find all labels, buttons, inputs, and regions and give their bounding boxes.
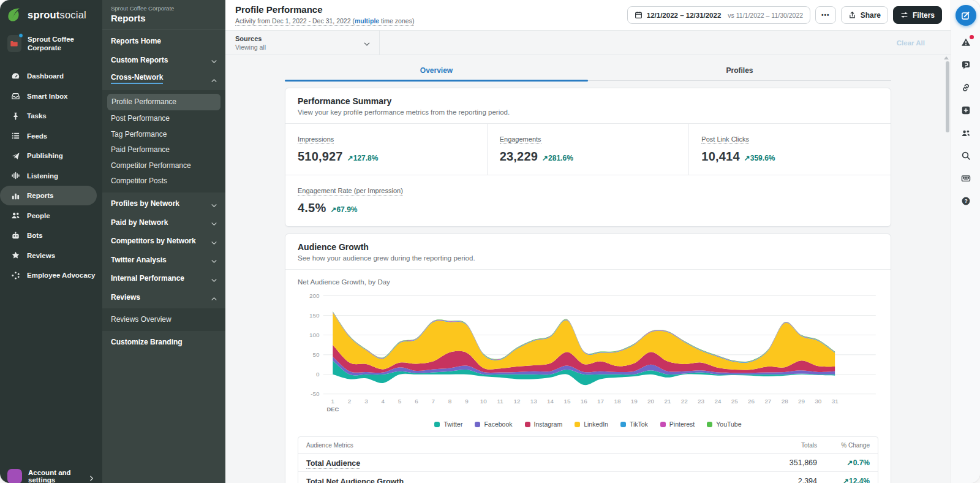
- utility-rail: ?: [951, 0, 980, 483]
- reports-nav-internal-performance[interactable]: Internal Performance: [102, 269, 225, 288]
- share-icon: [848, 11, 856, 19]
- row-metric-label[interactable]: Total Net Audience Growth: [306, 477, 404, 483]
- brand-logo[interactable]: sproutsocial: [0, 0, 102, 29]
- reports-nav-post-performance[interactable]: Post Performance: [102, 111, 225, 127]
- chevron-down-icon: [211, 256, 217, 263]
- primary-nav: DashboardSmart InboxTasksFeedsPublishing…: [0, 66, 102, 286]
- legend-item-pinterest[interactable]: Pinterest: [660, 420, 695, 428]
- sidebar-item-reviews[interactable]: Reviews: [0, 245, 102, 265]
- scrollbar-thumb[interactable]: [946, 61, 949, 132]
- svg-text:9: 9: [465, 398, 469, 405]
- share-label: Share: [861, 11, 881, 20]
- sidebar-item-publishing[interactable]: Publishing: [0, 146, 102, 166]
- account-switcher[interactable]: Sprout Coffee Corporate: [0, 29, 102, 61]
- svg-text:26: 26: [748, 398, 755, 405]
- filters-bar: Sources Viewing all Clear All: [225, 31, 951, 55]
- reports-nav-paid-performance[interactable]: Paid Performance: [102, 142, 225, 158]
- more-options-button[interactable]: •••: [815, 6, 836, 24]
- sidebar-item-label: People: [27, 212, 50, 219]
- performance-summary-card: Performance Summary View your key profil…: [285, 88, 891, 227]
- header-actions: 12/1/2022 – 12/31/2022 vs 11/1/2022 – 11…: [627, 6, 942, 24]
- metric-label[interactable]: Post Link Clicks: [701, 135, 749, 144]
- share-button[interactable]: Share: [841, 6, 888, 24]
- sidebar-item-label: Dashboard: [27, 72, 64, 80]
- sources-label: Sources: [235, 35, 266, 42]
- keyboard-button[interactable]: [959, 171, 973, 186]
- metric-label[interactable]: Impressions: [298, 135, 334, 144]
- svg-text:?: ?: [964, 198, 967, 204]
- reports-nav-competitor-posts[interactable]: Competitor Posts: [102, 173, 225, 189]
- reports-nav-tag-performance[interactable]: Tag Performance: [102, 126, 225, 142]
- reports-nav-profiles-by-network[interactable]: Profiles by Network: [102, 194, 225, 213]
- tab-overview[interactable]: Overview: [285, 61, 588, 80]
- metric-delta: ↗127.8%: [347, 154, 379, 162]
- sidebar-item-tasks[interactable]: Tasks: [0, 106, 102, 126]
- col-percent-change: % Change: [817, 442, 870, 449]
- date-range-button[interactable]: 12/1/2022 – 12/31/2022 vs 11/1/2022 – 11…: [627, 6, 810, 24]
- reports-nav-cross-network[interactable]: Cross-Network: [102, 69, 225, 88]
- reports-nav-reports-home[interactable]: Reports Home: [102, 32, 225, 51]
- plus-square-button[interactable]: [959, 103, 973, 118]
- activity-range[interactable]: Activity from Dec 1, 2022 - Dec 31, 2022…: [235, 17, 414, 26]
- svg-text:16: 16: [581, 398, 587, 405]
- svg-text:100: 100: [309, 332, 320, 338]
- legend-item-tiktok[interactable]: TikTok: [620, 420, 648, 428]
- metric-label[interactable]: Engagements: [500, 135, 541, 144]
- sources-dropdown[interactable]: Sources Viewing all: [225, 31, 380, 55]
- chat-button[interactable]: [959, 58, 973, 72]
- legend-item-linkedin[interactable]: LinkedIn: [575, 420, 608, 428]
- compose-button[interactable]: [956, 5, 976, 26]
- alert-triangle-button[interactable]: [959, 35, 973, 50]
- svg-text:28: 28: [782, 398, 788, 405]
- sidebar-item-feeds[interactable]: Feeds: [0, 126, 102, 146]
- reports-nav-twitter-analysis[interactable]: Twitter Analysis: [102, 251, 225, 270]
- legend-item-twitter[interactable]: Twitter: [434, 420, 462, 428]
- tab-profiles[interactable]: Profiles: [588, 61, 891, 80]
- performance-summary-subtitle: View your key profile performance metric…: [298, 108, 878, 116]
- legend-swatch-icon: [707, 422, 712, 427]
- link-button[interactable]: [959, 80, 973, 95]
- legend-swatch-icon: [620, 422, 626, 427]
- reports-nav-custom-reports[interactable]: Custom Reports: [102, 51, 225, 70]
- svg-text:18: 18: [614, 398, 620, 405]
- sidebar-item-dashboard[interactable]: Dashboard: [0, 66, 102, 86]
- filters-button[interactable]: Filters: [893, 6, 942, 24]
- help-circle-button[interactable]: ?: [959, 194, 973, 208]
- reports-nav-customize-branding[interactable]: Customize Branding: [102, 333, 225, 352]
- users-button[interactable]: [959, 126, 973, 140]
- sidebar-item-reports[interactable]: Reports: [0, 186, 97, 206]
- reports-nav-paid-by-network[interactable]: Paid by Network: [102, 213, 225, 232]
- sources-value: Viewing all: [235, 44, 266, 51]
- sidebar-item-label: Listening: [27, 172, 58, 180]
- multiple-timezones-link[interactable]: multiple: [355, 17, 379, 25]
- legend-item-facebook[interactable]: Facebook: [475, 420, 512, 428]
- legend-swatch-icon: [575, 422, 580, 427]
- legend-label: Pinterest: [669, 420, 695, 428]
- legend-item-instagram[interactable]: Instagram: [525, 420, 563, 428]
- search-button[interactable]: [959, 148, 973, 163]
- svg-text:14: 14: [547, 398, 554, 405]
- scrollbar-up-arrow[interactable]: [944, 56, 949, 59]
- net-audience-growth-chart[interactable]: 200150100500-501234567891011121314151617…: [285, 287, 891, 416]
- sidebar-item-people[interactable]: People: [0, 205, 102, 226]
- sidebar-item-employee-advocacy[interactable]: Employee Advocacy: [0, 265, 102, 286]
- reports-nav-competitors-by-network[interactable]: Competitors by Network: [102, 232, 225, 251]
- reports-nav-reviews[interactable]: Reviews: [102, 288, 225, 307]
- reports-nav-label: Reports Home: [111, 37, 161, 45]
- svg-text:25: 25: [731, 398, 738, 405]
- svg-text:23: 23: [698, 398, 704, 405]
- sidebar-item-listening[interactable]: Listening: [0, 165, 102, 186]
- legend-item-youtube[interactable]: YouTube: [707, 420, 741, 428]
- metric-label[interactable]: Engagement Rate (per Impression): [298, 187, 403, 196]
- help-circle-icon: ?: [961, 196, 971, 206]
- clear-all-button[interactable]: Clear All: [897, 39, 925, 47]
- sidebar-item-smart-inbox[interactable]: Smart Inbox: [0, 86, 102, 106]
- reports-nav-competitor-performance[interactable]: Competitor Performance: [102, 158, 225, 173]
- sidebar-item-bots[interactable]: Bots: [0, 226, 102, 246]
- date-compare-value: vs 11/1/2022 – 11/30/2022: [728, 12, 803, 19]
- account-settings[interactable]: Account and settings: [0, 466, 102, 483]
- row-metric-label[interactable]: Total Audience: [306, 459, 360, 469]
- folder-icon: [10, 39, 18, 48]
- reports-nav-reviews-overview[interactable]: Reviews Overview: [102, 311, 225, 327]
- reports-nav-profile-performance[interactable]: Profile Performance: [107, 94, 221, 110]
